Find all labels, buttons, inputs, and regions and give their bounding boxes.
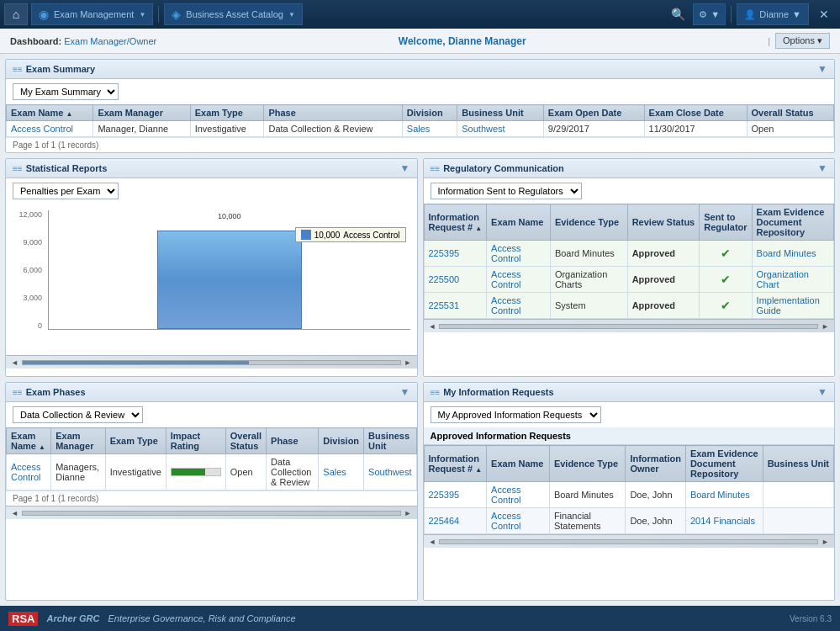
rc-col-exam-name[interactable]: Exam Name <box>487 204 551 241</box>
reg-scroll-right[interactable]: ► <box>820 322 831 331</box>
reg-comm-scroll[interactable]: ◄ ► <box>424 319 835 332</box>
exam-phases-table: ExamName ▲ ExamManager Exam Type ImpactR… <box>6 427 417 490</box>
tools-button[interactable]: ⚙ ▼ <box>693 3 726 25</box>
my-info-requests-scroll[interactable]: ◄ ► <box>424 534 835 548</box>
mir-col-owner[interactable]: InformationOwner <box>626 446 686 482</box>
rc-request-link[interactable]: 225531 <box>429 300 460 310</box>
mir-exam-link[interactable]: Access Control <box>491 485 520 505</box>
exam-summary-header: Exam Summary ▼ <box>6 60 834 79</box>
rc-exam-link[interactable]: Access Control <box>491 269 520 289</box>
col-exam-name[interactable]: Exam Name ▲ <box>7 105 93 121</box>
mir-col-repo[interactable]: Exam EvidenceDocumentRepository <box>685 446 763 482</box>
ep-col-impact[interactable]: ImpactRating <box>166 428 225 454</box>
chart-y-labels: 12,000 9,000 6,000 3,000 0 <box>13 210 42 330</box>
reg-comm-filter[interactable]: Information Sent to Regulators <box>431 183 582 199</box>
options-button[interactable]: Options ▾ <box>775 33 830 49</box>
rc-col-request[interactable]: InformationRequest # ▲ <box>424 204 487 241</box>
exam-summary-collapse[interactable]: ▼ <box>817 63 827 75</box>
ep-col-division[interactable]: Division <box>319 428 364 454</box>
ep-phase-cell: Data Collection & Review <box>267 454 319 490</box>
exam-phases-collapse[interactable]: ▼ <box>400 386 410 398</box>
exam-summary-filter[interactable]: My Exam Summary <box>13 83 119 100</box>
ep-bu-link[interactable]: Southwest <box>368 467 411 477</box>
mir-scroll-left[interactable]: ◄ <box>427 538 438 546</box>
col-close-date[interactable]: Exam Close Date <box>644 105 747 121</box>
ep-type-cell: Investigative <box>105 454 166 490</box>
table-row: 225395 Access Control Board Minutes Doe,… <box>424 482 834 508</box>
user-menu-button[interactable]: 👤 Dianne ▼ <box>737 3 809 25</box>
ep-col-bu[interactable]: BusinessUnit <box>364 428 416 454</box>
col-open-date[interactable]: Exam Open Date <box>543 105 644 121</box>
rsa-badge: RSA <box>8 612 38 626</box>
exam-phases-table-container: ExamName ▲ ExamManager Exam Type ImpactR… <box>6 427 417 490</box>
breadcrumb-link[interactable]: Exam Manager/Owner <box>64 36 156 46</box>
rc-sent-cell: ✔ <box>700 293 752 319</box>
ep-col-name[interactable]: ExamName ▲ <box>7 428 51 454</box>
statistical-reports-panel: Statistical Reports ▼ Penalties per Exam… <box>5 158 418 377</box>
division-link[interactable]: Sales <box>407 124 431 134</box>
rc-request-link[interactable]: 225395 <box>429 248 460 258</box>
ep-division-link[interactable]: Sales <box>323 467 346 477</box>
business-unit-link[interactable]: Southwest <box>462 124 505 134</box>
ep-col-status[interactable]: OverallStatus <box>225 428 266 454</box>
mir-request-link[interactable]: 225464 <box>429 516 460 526</box>
my-info-requests-collapse[interactable]: ▼ <box>817 386 827 398</box>
reg-comm-title: Regulatory Communication <box>431 163 564 173</box>
scroll-right[interactable]: ► <box>403 358 414 367</box>
mir-exam-link[interactable]: Access Control <box>491 511 520 531</box>
rc-exam-link[interactable]: Access Control <box>491 295 520 316</box>
rc-repo-link[interactable]: Board Minutes <box>757 248 816 258</box>
chart-scroll-bar[interactable]: ◄ ► <box>6 355 417 369</box>
exam-phases-scroll[interactable]: ◄ ► <box>6 506 417 519</box>
reg-comm-collapse[interactable]: ▼ <box>817 162 827 174</box>
search-button[interactable]: 🔍 <box>666 3 689 25</box>
mir-col-request[interactable]: InformationRequest # ▲ <box>424 446 487 482</box>
rc-col-evidence-type[interactable]: Evidence Type <box>550 204 627 241</box>
exam-name-link[interactable]: Access Control <box>11 124 73 134</box>
welcome-text: Welcome, Dianne Manager <box>399 35 526 47</box>
col-exam-type[interactable]: Exam Type <box>190 105 264 121</box>
ep-col-phase[interactable]: Phase <box>267 428 319 454</box>
rc-col-sent[interactable]: Sent toRegulator <box>700 204 752 241</box>
breadcrumb-label: Dashboard: <box>10 36 61 46</box>
ep-col-type[interactable]: Exam Type <box>105 428 166 454</box>
mir-repo-link[interactable]: 2014 Financials <box>690 516 755 526</box>
col-exam-manager[interactable]: Exam Manager <box>93 105 190 121</box>
col-phase[interactable]: Phase <box>264 105 402 121</box>
business-asset-catalog-nav[interactable]: ◈ Business Asset Catalog ▼ <box>164 3 303 25</box>
col-status[interactable]: Overall Status <box>747 105 833 121</box>
row2-section: Statistical Reports ▼ Penalties per Exam… <box>5 158 835 377</box>
reg-scroll-left[interactable]: ◄ <box>427 322 438 331</box>
ep-scroll-right[interactable]: ► <box>403 509 414 517</box>
stat-reports-collapse[interactable]: ▼ <box>400 162 410 174</box>
close-button[interactable]: ✕ <box>812 3 836 25</box>
ep-col-manager[interactable]: ExamManager <box>51 428 105 454</box>
top-nav: ⌂ ◉ Exam Management ▼ ◈ Business Asset C… <box>0 0 840 29</box>
exam-management-nav[interactable]: ◉ Exam Management ▼ <box>31 3 153 25</box>
mir-scroll-right[interactable]: ► <box>820 538 831 546</box>
exam-phases-panel: Exam Phases ▼ Data Collection & Review E… <box>5 382 418 601</box>
rc-col-review-status[interactable]: Review Status <box>627 204 700 241</box>
open-date-cell: 9/29/2017 <box>543 121 644 137</box>
mir-repo-link[interactable]: Board Minutes <box>690 490 750 500</box>
table-row: 225500 Access Control Organization Chart… <box>424 267 834 293</box>
mir-request-link[interactable]: 225395 <box>429 490 460 500</box>
exam-phases-header: Exam Phases ▼ <box>6 383 417 402</box>
rc-repo-link[interactable]: Implementation Guide <box>757 295 820 316</box>
ep-exam-link[interactable]: Access Control <box>11 462 40 482</box>
col-division[interactable]: Division <box>402 105 457 121</box>
col-business-unit[interactable]: Business Unit <box>457 105 544 121</box>
mir-col-exam[interactable]: Exam Name <box>487 446 550 482</box>
rc-col-repository[interactable]: Exam EvidenceDocumentRepository <box>752 204 833 241</box>
my-info-requests-filter[interactable]: My Approved Information Requests <box>431 406 601 423</box>
ep-scroll-left[interactable]: ◄ <box>9 509 20 517</box>
mir-col-evidence[interactable]: Evidence Type <box>549 446 626 482</box>
home-button[interactable]: ⌂ <box>4 3 28 25</box>
rc-request-link[interactable]: 225500 <box>429 274 460 284</box>
rc-exam-link[interactable]: Access Control <box>491 243 520 263</box>
exam-phases-filter[interactable]: Data Collection & Review <box>13 406 143 423</box>
scroll-left[interactable]: ◄ <box>9 358 20 367</box>
rc-repo-link[interactable]: Organization Chart <box>757 269 809 289</box>
stat-reports-filter[interactable]: Penalties per Exam <box>13 183 119 199</box>
mir-col-bu[interactable]: Business Unit <box>763 446 833 482</box>
